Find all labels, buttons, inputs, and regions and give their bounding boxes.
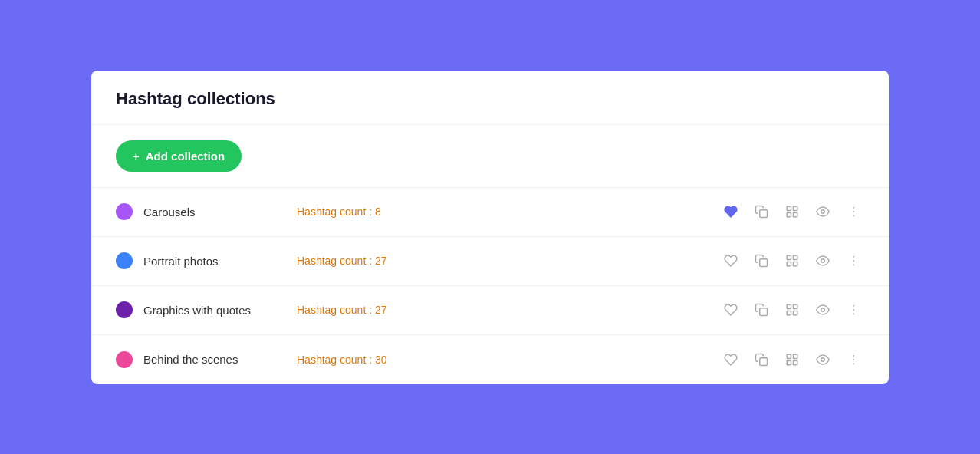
hashtag-collections-card: Hashtag collections + Add collection Car… [91, 71, 889, 384]
more-icon-portrait-photos[interactable] [843, 250, 864, 271]
more-icon-behind-the-scenes[interactable] [843, 349, 864, 370]
svg-rect-27 [760, 357, 768, 365]
collection-name-portrait-photos: Portrait photos [143, 255, 297, 268]
svg-point-8 [853, 215, 854, 216]
grid-icon-behind-the-scenes[interactable] [781, 349, 803, 370]
collection-dot-portrait-photos [116, 252, 133, 269]
svg-rect-10 [787, 255, 791, 259]
grid-icon-carousels[interactable] [781, 201, 803, 222]
heart-icon-portrait-photos[interactable] [720, 250, 742, 271]
svg-point-6 [853, 207, 854, 209]
copy-icon-carousels[interactable] [751, 201, 772, 222]
svg-rect-21 [794, 311, 797, 315]
add-collection-label: Add collection [146, 150, 225, 163]
collection-row-graphics-with-quotes: Graphics with quotes Hashtag count : 27 [91, 286, 889, 335]
row-actions-carousels [720, 201, 864, 222]
card-toolbar: + Add collection [91, 125, 889, 188]
svg-rect-2 [794, 206, 797, 210]
copy-icon-portrait-photos[interactable] [751, 250, 772, 271]
hashtag-count-behind-the-scenes: Hashtag count : 30 [297, 354, 720, 366]
heart-icon-graphics-with-quotes[interactable] [720, 299, 742, 321]
eye-icon-behind-the-scenes[interactable] [812, 349, 834, 370]
more-icon-graphics-with-quotes[interactable] [843, 299, 864, 321]
row-actions-behind-the-scenes [720, 349, 864, 370]
svg-point-33 [853, 354, 854, 356]
page-title: Hashtag collections [116, 89, 864, 109]
svg-point-15 [853, 256, 854, 258]
svg-point-35 [853, 363, 854, 364]
hashtag-count-graphics-with-quotes: Hashtag count : 27 [297, 304, 720, 316]
copy-icon-graphics-with-quotes[interactable] [751, 299, 772, 321]
svg-rect-19 [787, 304, 791, 308]
svg-point-7 [853, 211, 854, 212]
collection-row-portrait-photos: Portrait photos Hashtag count : 27 [91, 237, 889, 286]
svg-rect-13 [787, 262, 791, 266]
svg-point-16 [853, 260, 854, 262]
svg-rect-0 [760, 210, 768, 218]
svg-point-14 [821, 259, 825, 263]
svg-point-5 [821, 210, 825, 214]
add-collection-button[interactable]: + Add collection [116, 140, 242, 172]
svg-rect-31 [787, 360, 791, 364]
collection-dot-carousels [116, 203, 133, 220]
svg-rect-29 [794, 354, 797, 358]
eye-icon-graphics-with-quotes[interactable] [812, 299, 834, 321]
svg-point-24 [853, 305, 854, 307]
svg-point-32 [821, 357, 825, 361]
heart-icon-behind-the-scenes[interactable] [720, 349, 742, 370]
grid-icon-graphics-with-quotes[interactable] [781, 299, 803, 321]
collection-name-behind-the-scenes: Behind the scenes [143, 353, 297, 366]
collection-row-behind-the-scenes: Behind the scenes Hashtag count : 30 [91, 335, 889, 384]
hashtag-count-portrait-photos: Hashtag count : 27 [297, 255, 720, 267]
collections-list: Carousels Hashtag count : 8 [91, 188, 889, 384]
collection-name-graphics-with-quotes: Graphics with quotes [143, 304, 297, 317]
svg-rect-30 [794, 360, 797, 364]
svg-rect-1 [787, 206, 791, 210]
more-icon-carousels[interactable] [843, 201, 864, 222]
svg-rect-28 [787, 354, 791, 358]
heart-icon-carousels[interactable] [720, 201, 742, 222]
plus-icon: + [133, 150, 140, 163]
copy-icon-behind-the-scenes[interactable] [751, 349, 772, 370]
row-actions-portrait-photos [720, 250, 864, 271]
collection-dot-behind-the-scenes [116, 351, 133, 368]
row-actions-graphics-with-quotes [720, 299, 864, 321]
svg-rect-12 [794, 262, 797, 266]
svg-rect-4 [787, 213, 791, 217]
collection-name-carousels: Carousels [143, 206, 297, 219]
svg-point-25 [853, 309, 854, 311]
collection-row-carousels: Carousels Hashtag count : 8 [91, 188, 889, 237]
svg-point-26 [853, 313, 854, 314]
collection-dot-graphics-with-quotes [116, 301, 133, 318]
svg-point-34 [853, 358, 854, 360]
svg-point-17 [853, 264, 854, 265]
svg-point-23 [821, 308, 825, 312]
svg-rect-18 [760, 308, 768, 316]
svg-rect-20 [794, 304, 797, 308]
svg-rect-9 [760, 259, 768, 267]
eye-icon-carousels[interactable] [812, 201, 834, 222]
grid-icon-portrait-photos[interactable] [781, 250, 803, 271]
svg-rect-3 [794, 213, 797, 217]
svg-rect-11 [794, 255, 797, 259]
hashtag-count-carousels: Hashtag count : 8 [297, 206, 720, 218]
svg-rect-22 [787, 311, 791, 315]
card-header: Hashtag collections [91, 71, 889, 125]
eye-icon-portrait-photos[interactable] [812, 250, 834, 271]
